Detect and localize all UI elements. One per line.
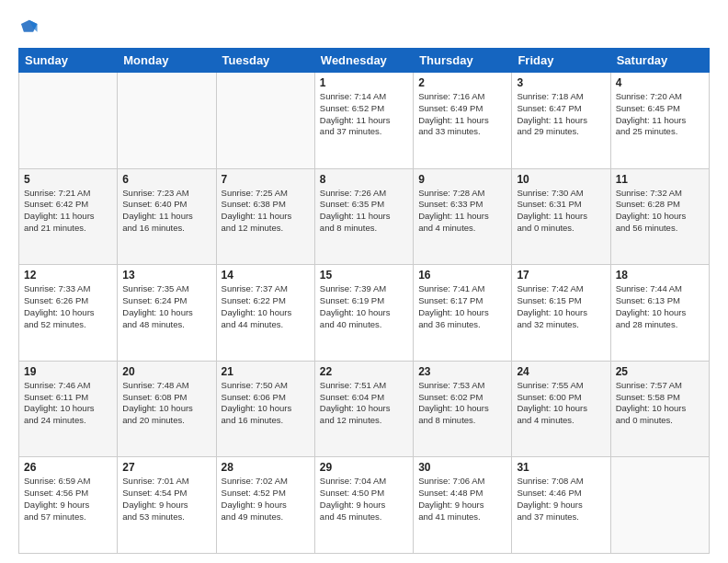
day-info: Sunrise: 7:20 AM Sunset: 6:45 PM Dayligh… [616, 91, 704, 138]
weekday-header: Friday [512, 49, 610, 73]
calendar-cell: 9Sunrise: 7:28 AM Sunset: 6:33 PM Daylig… [414, 168, 512, 265]
day-info: Sunrise: 7:46 AM Sunset: 6:11 PM Dayligh… [24, 380, 112, 427]
day-number: 31 [517, 461, 605, 474]
day-info: Sunrise: 7:42 AM Sunset: 6:15 PM Dayligh… [517, 283, 605, 330]
day-info: Sunrise: 7:53 AM Sunset: 6:02 PM Dayligh… [418, 380, 506, 427]
day-number: 18 [616, 269, 704, 282]
calendar-cell: 6Sunrise: 7:23 AM Sunset: 6:40 PM Daylig… [118, 168, 216, 265]
calendar-week-row: 12Sunrise: 7:33 AM Sunset: 6:26 PM Dayli… [19, 265, 710, 362]
day-number: 4 [616, 76, 704, 89]
weekday-header: Thursday [414, 49, 512, 73]
header [18, 15, 710, 40]
calendar-cell [610, 457, 709, 554]
day-number: 29 [320, 461, 408, 474]
day-info: Sunrise: 7:08 AM Sunset: 4:46 PM Dayligh… [517, 476, 605, 523]
day-number: 24 [517, 365, 605, 378]
day-info: Sunrise: 7:51 AM Sunset: 6:04 PM Dayligh… [320, 380, 408, 427]
day-number: 1 [320, 76, 408, 89]
calendar-cell: 29Sunrise: 7:04 AM Sunset: 4:50 PM Dayli… [314, 457, 413, 554]
day-number: 7 [222, 173, 310, 186]
logo [18, 15, 40, 40]
day-number: 12 [24, 269, 112, 282]
calendar-cell: 1Sunrise: 7:14 AM Sunset: 6:52 PM Daylig… [314, 73, 413, 169]
day-info: Sunrise: 7:37 AM Sunset: 6:22 PM Dayligh… [222, 283, 310, 330]
calendar-cell: 31Sunrise: 7:08 AM Sunset: 4:46 PM Dayli… [512, 457, 610, 554]
calendar-cell: 28Sunrise: 7:02 AM Sunset: 4:52 PM Dayli… [216, 457, 314, 554]
calendar-week-row: 19Sunrise: 7:46 AM Sunset: 6:11 PM Dayli… [19, 361, 710, 457]
calendar-week-row: 5Sunrise: 7:21 AM Sunset: 6:42 PM Daylig… [19, 168, 710, 265]
day-info: Sunrise: 7:04 AM Sunset: 4:50 PM Dayligh… [320, 476, 408, 523]
day-info: Sunrise: 7:14 AM Sunset: 6:52 PM Dayligh… [320, 91, 408, 138]
day-number: 19 [24, 365, 112, 378]
day-number: 28 [222, 461, 310, 474]
day-number: 13 [122, 269, 210, 282]
calendar-cell: 21Sunrise: 7:50 AM Sunset: 6:06 PM Dayli… [216, 361, 314, 457]
calendar-cell: 13Sunrise: 7:35 AM Sunset: 6:24 PM Dayli… [118, 265, 216, 362]
calendar-cell: 25Sunrise: 7:57 AM Sunset: 5:58 PM Dayli… [610, 361, 709, 457]
day-info: Sunrise: 7:57 AM Sunset: 5:58 PM Dayligh… [616, 380, 704, 427]
day-number: 6 [122, 173, 210, 186]
calendar-cell: 26Sunrise: 6:59 AM Sunset: 4:56 PM Dayli… [19, 457, 118, 554]
calendar-cell: 23Sunrise: 7:53 AM Sunset: 6:02 PM Dayli… [414, 361, 512, 457]
day-number: 23 [418, 365, 506, 378]
calendar-week-row: 1Sunrise: 7:14 AM Sunset: 6:52 PM Daylig… [19, 73, 710, 169]
calendar-cell: 8Sunrise: 7:26 AM Sunset: 6:35 PM Daylig… [314, 168, 413, 265]
day-number: 17 [517, 269, 605, 282]
day-info: Sunrise: 7:44 AM Sunset: 6:13 PM Dayligh… [616, 283, 704, 330]
calendar-cell: 12Sunrise: 7:33 AM Sunset: 6:26 PM Dayli… [19, 265, 118, 362]
calendar-week-row: 26Sunrise: 6:59 AM Sunset: 4:56 PM Dayli… [19, 457, 710, 554]
day-number: 16 [418, 269, 506, 282]
day-info: Sunrise: 7:02 AM Sunset: 4:52 PM Dayligh… [222, 476, 310, 523]
calendar-cell: 18Sunrise: 7:44 AM Sunset: 6:13 PM Dayli… [610, 265, 709, 362]
calendar-cell: 3Sunrise: 7:18 AM Sunset: 6:47 PM Daylig… [512, 73, 610, 169]
day-number: 15 [320, 269, 408, 282]
day-info: Sunrise: 7:25 AM Sunset: 6:38 PM Dayligh… [222, 188, 310, 235]
day-number: 11 [616, 173, 704, 186]
day-info: Sunrise: 7:26 AM Sunset: 6:35 PM Dayligh… [320, 188, 408, 235]
day-number: 26 [24, 461, 112, 474]
weekday-header-row: SundayMondayTuesdayWednesdayThursdayFrid… [19, 49, 710, 73]
day-info: Sunrise: 7:33 AM Sunset: 6:26 PM Dayligh… [24, 283, 112, 330]
day-number: 30 [418, 461, 506, 474]
day-number: 5 [24, 173, 112, 186]
day-info: Sunrise: 7:30 AM Sunset: 6:31 PM Dayligh… [517, 188, 605, 235]
day-number: 20 [122, 365, 210, 378]
calendar-cell: 11Sunrise: 7:32 AM Sunset: 6:28 PM Dayli… [610, 168, 709, 265]
page: SundayMondayTuesdayWednesdayThursdayFrid… [0, 0, 728, 563]
weekday-header: Sunday [19, 49, 118, 73]
calendar: SundayMondayTuesdayWednesdayThursdayFrid… [18, 48, 710, 554]
day-number: 27 [122, 461, 210, 474]
day-number: 10 [517, 173, 605, 186]
calendar-cell: 19Sunrise: 7:46 AM Sunset: 6:11 PM Dayli… [19, 361, 118, 457]
day-info: Sunrise: 7:39 AM Sunset: 6:19 PM Dayligh… [320, 283, 408, 330]
day-info: Sunrise: 7:35 AM Sunset: 6:24 PM Dayligh… [122, 283, 210, 330]
calendar-cell: 16Sunrise: 7:41 AM Sunset: 6:17 PM Dayli… [414, 265, 512, 362]
day-info: Sunrise: 7:32 AM Sunset: 6:28 PM Dayligh… [616, 188, 704, 235]
calendar-cell: 2Sunrise: 7:16 AM Sunset: 6:49 PM Daylig… [414, 73, 512, 169]
logo-icon [18, 17, 39, 37]
day-info: Sunrise: 7:48 AM Sunset: 6:08 PM Dayligh… [122, 380, 210, 427]
day-number: 21 [222, 365, 310, 378]
weekday-header: Saturday [610, 49, 709, 73]
day-info: Sunrise: 7:55 AM Sunset: 6:00 PM Dayligh… [517, 380, 605, 427]
weekday-header: Wednesday [314, 49, 413, 73]
day-number: 22 [320, 365, 408, 378]
calendar-cell: 15Sunrise: 7:39 AM Sunset: 6:19 PM Dayli… [314, 265, 413, 362]
calendar-cell: 27Sunrise: 7:01 AM Sunset: 4:54 PM Dayli… [118, 457, 216, 554]
day-info: Sunrise: 7:23 AM Sunset: 6:40 PM Dayligh… [122, 188, 210, 235]
day-info: Sunrise: 7:50 AM Sunset: 6:06 PM Dayligh… [222, 380, 310, 427]
calendar-cell: 20Sunrise: 7:48 AM Sunset: 6:08 PM Dayli… [118, 361, 216, 457]
calendar-cell: 7Sunrise: 7:25 AM Sunset: 6:38 PM Daylig… [216, 168, 314, 265]
calendar-cell [19, 73, 118, 169]
weekday-header: Monday [118, 49, 216, 73]
calendar-cell: 24Sunrise: 7:55 AM Sunset: 6:00 PM Dayli… [512, 361, 610, 457]
day-info: Sunrise: 7:21 AM Sunset: 6:42 PM Dayligh… [24, 188, 112, 235]
calendar-cell: 17Sunrise: 7:42 AM Sunset: 6:15 PM Dayli… [512, 265, 610, 362]
day-info: Sunrise: 7:16 AM Sunset: 6:49 PM Dayligh… [418, 91, 506, 138]
day-number: 14 [222, 269, 310, 282]
day-info: Sunrise: 6:59 AM Sunset: 4:56 PM Dayligh… [24, 476, 112, 523]
calendar-cell: 14Sunrise: 7:37 AM Sunset: 6:22 PM Dayli… [216, 265, 314, 362]
calendar-cell: 10Sunrise: 7:30 AM Sunset: 6:31 PM Dayli… [512, 168, 610, 265]
calendar-cell [118, 73, 216, 169]
day-info: Sunrise: 7:18 AM Sunset: 6:47 PM Dayligh… [517, 91, 605, 138]
